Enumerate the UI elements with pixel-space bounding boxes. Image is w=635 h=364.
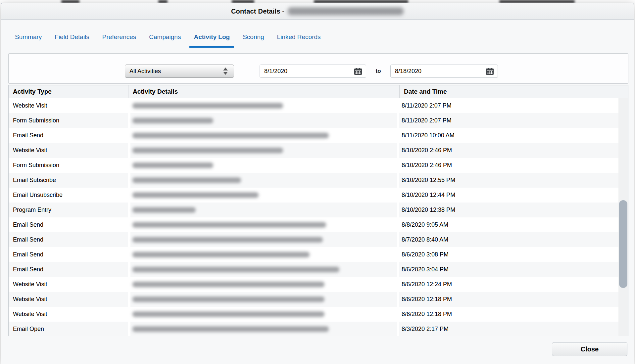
activity-type-cell: Website Visit [9, 307, 128, 322]
date-time-cell: 8/10/2020 2:46 PM [397, 143, 628, 158]
activity-details-cell [128, 262, 397, 277]
table-row: Website Visit8/6/2020 12:18 PM [9, 292, 628, 307]
redacted-details [132, 311, 324, 317]
date-time-cell: 8/6/2020 12:18 PM [397, 292, 628, 307]
activity-details-cell [128, 307, 397, 322]
arrow-up-icon [223, 68, 228, 70]
activity-type-cell: Program Entry [9, 203, 128, 217]
column-header-activity-details: Activity Details [128, 85, 399, 98]
tab-bar: SummaryField DetailsPreferencesCampaigns… [11, 33, 325, 48]
table-row: Email Send8/8/2020 9:05 AM [9, 217, 628, 232]
redacted-details [132, 222, 326, 228]
activity-type-cell: Website Visit [9, 143, 128, 158]
dialog-title: Contact Details - [231, 8, 284, 15]
date-time-cell: 8/10/2020 12:38 PM [397, 203, 628, 217]
activity-type-cell: Email Send [9, 247, 128, 262]
date-time-cell: 8/11/2020 2:07 PM [397, 113, 628, 128]
date-time-cell: 8/6/2020 3:04 PM [397, 262, 628, 277]
activity-details-cell [128, 98, 397, 113]
activity-type-cell: Email Send [9, 262, 128, 277]
arrow-down-icon [223, 72, 228, 75]
activity-details-cell [128, 188, 397, 203]
table-row: Email Open8/3/2020 2:17 PM [9, 322, 628, 336]
tab-linked-records[interactable]: Linked Records [273, 33, 325, 48]
column-header-date-and-time: Date and Time [399, 85, 628, 98]
date-to-value: 8/18/2020 [395, 68, 421, 75]
date-time-cell: 8/10/2020 12:55 PM [397, 173, 628, 188]
table-row: Form Submission8/11/2020 2:07 PM [9, 113, 628, 128]
date-time-cell: 8/3/2020 2:17 PM [397, 322, 628, 336]
activity-details-cell [128, 173, 397, 188]
date-from-input[interactable]: 8/1/2020 [260, 65, 366, 78]
table-row: Email Send8/6/2020 3:08 PM [9, 247, 628, 262]
activity-type-cell: Website Visit [9, 292, 128, 307]
date-time-cell: 8/8/2020 9:05 AM [397, 217, 628, 232]
date-time-cell: 8/10/2020 12:44 PM [397, 188, 628, 203]
table-row: Email Unsubscribe8/10/2020 12:44 PM [9, 188, 628, 203]
tab-campaigns[interactable]: Campaigns [145, 33, 185, 48]
activity-details-cell [128, 113, 397, 128]
tab-scoring[interactable]: Scoring [238, 33, 268, 48]
activity-type-cell: Email Open [9, 322, 128, 336]
activity-type-selected-value: All Activities [125, 68, 217, 75]
activity-type-cell: Email Send [9, 128, 128, 143]
date-from-value: 8/1/2020 [264, 68, 287, 75]
activity-details-cell [128, 217, 397, 232]
tab-activity-log[interactable]: Activity Log [189, 33, 234, 48]
table-row: Form Submission8/10/2020 2:46 PM [9, 158, 628, 173]
redacted-details [132, 162, 213, 168]
redacted-details [132, 148, 283, 153]
date-range-separator: to [366, 65, 390, 78]
tab-field-details[interactable]: Field Details [50, 33, 94, 48]
calendar-icon[interactable] [486, 68, 494, 75]
page-background: Contact Details - SummaryField DetailsPr… [0, 0, 635, 364]
table-row: Program Entry8/10/2020 12:38 PM [9, 203, 628, 217]
redacted-details [132, 326, 329, 332]
redacted-details [132, 267, 339, 272]
activity-type-cell: Form Submission [9, 158, 128, 173]
redacted-details [132, 103, 283, 109]
activity-details-cell [128, 277, 397, 292]
date-time-cell: 8/6/2020 12:18 PM [397, 307, 628, 322]
redacted-details [132, 207, 196, 213]
activity-type-cell: Email Send [9, 217, 128, 232]
activity-type-cell: Email Unsubscribe [9, 188, 128, 203]
column-header-activity-type: Activity Type [9, 85, 128, 98]
close-button-label: Close [581, 345, 599, 353]
scrollbar-thumb[interactable] [619, 200, 627, 288]
vertical-scrollbar[interactable] [618, 98, 628, 336]
tab-summary[interactable]: Summary [11, 33, 46, 48]
date-time-cell: 8/10/2020 2:46 PM [397, 158, 628, 173]
activity-type-select[interactable]: All Activities [125, 65, 234, 78]
activity-type-cell: Website Visit [9, 277, 128, 292]
calendar-icon[interactable] [354, 68, 362, 75]
activity-details-cell [128, 128, 397, 143]
activity-details-cell [128, 247, 397, 262]
activity-type-cell: Email Subscribe [9, 173, 128, 188]
activity-type-cell: Website Visit [9, 98, 128, 113]
activity-details-cell [128, 143, 397, 158]
redacted-details [132, 177, 241, 183]
redacted-details [132, 133, 329, 138]
table-row: Website Visit8/6/2020 12:18 PM [9, 307, 628, 322]
table-header-row: Activity Type Activity Details Date and … [9, 85, 628, 98]
table-row: Email Send8/11/2020 10:00 AM [9, 128, 628, 143]
activity-type-cell: Email Send [9, 232, 128, 247]
filter-panel: All Activities 8/1/2020 [8, 53, 628, 84]
activity-type-cell: Form Submission [9, 113, 128, 128]
contact-details-dialog: Contact Details - SummaryField DetailsPr… [1, 3, 634, 364]
redacted-details [132, 252, 310, 257]
select-stepper-icon[interactable] [217, 65, 234, 77]
redacted-details [132, 192, 259, 198]
activity-details-cell [128, 322, 397, 336]
date-to-input[interactable]: 8/18/2020 [390, 65, 498, 78]
date-time-cell: 8/6/2020 3:08 PM [397, 247, 628, 262]
close-button[interactable]: Close [552, 342, 627, 356]
table-body: Website Visit8/11/2020 2:07 PMForm Submi… [9, 98, 628, 336]
redacted-details [132, 296, 324, 302]
dialog-titlebar: Contact Details - [1, 3, 634, 20]
activity-details-cell [128, 203, 397, 217]
table-row: Website Visit8/6/2020 12:24 PM [9, 277, 628, 292]
tab-preferences[interactable]: Preferences [98, 33, 140, 48]
redacted-details [132, 118, 213, 123]
